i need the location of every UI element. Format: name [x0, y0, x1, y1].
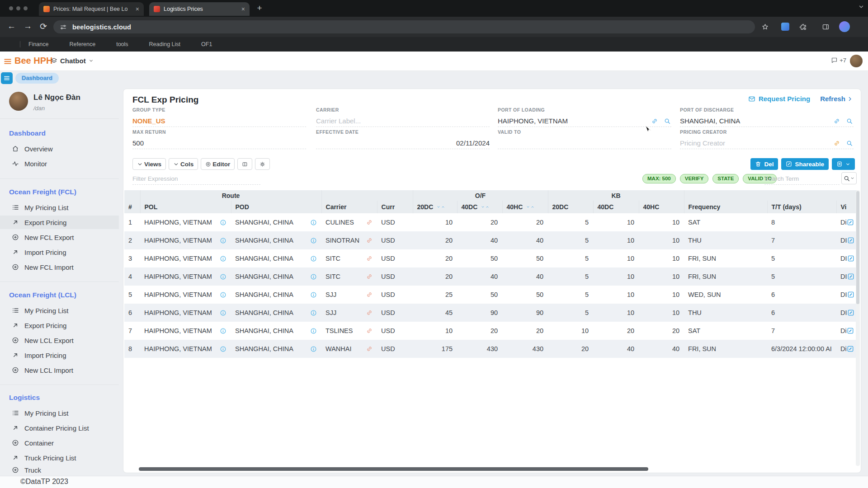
info-icon[interactable]: [310, 237, 317, 244]
edit-icon[interactable]: [847, 219, 854, 226]
info-icon[interactable]: [310, 346, 317, 352]
link-icon[interactable]: [366, 310, 373, 316]
reload-button[interactable]: ⟳: [40, 21, 47, 32]
sidebar-item-my-pricing-list[interactable]: My Pricing List: [0, 201, 119, 214]
column-header-carrier[interactable]: Carrier: [321, 201, 377, 213]
del-button[interactable]: Del: [750, 158, 778, 170]
sort-icons[interactable]: [526, 205, 534, 209]
column-header-kb_40hc[interactable]: 40HC: [639, 201, 684, 213]
column-header-n[interactable]: #: [124, 201, 140, 213]
field-value[interactable]: NONE_US: [132, 115, 306, 127]
bookmark-item[interactable]: Reading List: [149, 41, 181, 47]
back-button[interactable]: ←: [7, 21, 16, 31]
shareable-button[interactable]: Shareable: [781, 158, 829, 170]
link-icon[interactable]: [366, 237, 373, 244]
cols-button[interactable]: Cols: [169, 158, 198, 170]
sidebar-item-new-fcl-import[interactable]: New FCL Import: [0, 260, 119, 274]
sidebar-item-monitor[interactable]: Monitor: [0, 157, 119, 170]
app-brand[interactable]: Bee HPH: [14, 56, 52, 66]
filter-badge[interactable]: STATE: [712, 174, 739, 183]
horizontal-scrollbar-thumb[interactable]: [139, 467, 648, 471]
edit-icon[interactable]: [847, 309, 854, 316]
edit-icon[interactable]: [847, 345, 854, 352]
sidebar-toggle-button[interactable]: [1, 72, 13, 84]
link-icon[interactable]: [651, 118, 658, 124]
info-icon[interactable]: [220, 310, 226, 316]
browser-profile-avatar[interactable]: [839, 21, 850, 32]
table-row[interactable]: 6HAIPHONG, VIETNAMSHANGHAI, CHINASJJUSD4…: [124, 304, 858, 322]
sidebar-item-container-pricing-list[interactable]: Container Pricing List: [0, 421, 119, 435]
info-icon[interactable]: [310, 255, 317, 262]
window-minimize-dot[interactable]: [16, 6, 20, 10]
editor-button[interactable]: Editor: [201, 158, 235, 170]
bookmark-item[interactable]: OF1: [201, 41, 212, 47]
link-icon[interactable]: [366, 273, 373, 280]
table-row[interactable]: 7HAIPHONG, VIETNAMSHANGHAI, CHINATSLINES…: [124, 322, 858, 340]
column-header-of_20dc[interactable]: 20DC: [413, 201, 457, 213]
breadcrumb[interactable]: Dashboard: [15, 73, 59, 84]
link-icon[interactable]: [834, 140, 840, 146]
bookmark-item[interactable]: Finance: [28, 41, 48, 47]
info-icon[interactable]: [220, 346, 226, 352]
search-icon[interactable]: [846, 140, 853, 146]
address-bar[interactable]: beelogistics.cloud: [53, 20, 755, 33]
info-icon[interactable]: [220, 291, 226, 298]
sidebar-item-truck[interactable]: Truck: [0, 466, 119, 474]
column-header-kb_40dc[interactable]: 40DC: [593, 201, 639, 213]
sidebar-item-container[interactable]: Container: [0, 436, 119, 450]
tool-button[interactable]: [237, 158, 252, 170]
field-value[interactable]: Pricing Creator: [680, 137, 854, 149]
column-header-curr[interactable]: Curr: [377, 201, 413, 213]
info-icon[interactable]: [310, 291, 317, 298]
search-button[interactable]: [841, 172, 857, 184]
search-icon[interactable]: [664, 118, 670, 124]
link-icon[interactable]: [366, 219, 373, 225]
user-avatar[interactable]: [850, 55, 863, 67]
edit-icon[interactable]: [847, 237, 854, 244]
filter-badge[interactable]: MAX: 500: [642, 174, 676, 183]
edit-icon[interactable]: [847, 291, 854, 298]
sort-icons[interactable]: [481, 205, 489, 209]
tab-close-icon[interactable]: ×: [136, 6, 139, 12]
browser-tab[interactable]: Prices: Mail Request | Bee Lo×: [39, 2, 144, 16]
table-row[interactable]: 2HAIPHONG, VIETNAMSHANGHAI, CHINASINOTRA…: [124, 231, 858, 249]
table-row[interactable]: 1HAIPHONG, VIETNAMSHANGHAI, CHINACULINES…: [124, 213, 858, 231]
sidebar-user-avatar[interactable]: [9, 92, 28, 111]
info-icon[interactable]: [310, 328, 317, 334]
sidebar-item-import-pricing[interactable]: Import Pricing: [0, 245, 119, 259]
sidebar-item-export-pricing[interactable]: Export Pricing: [0, 319, 119, 332]
link-icon[interactable]: [834, 118, 840, 124]
edit-icon[interactable]: [847, 327, 854, 334]
info-icon[interactable]: [310, 219, 317, 226]
table-row[interactable]: 8HAIPHONG, VIETNAMSHANGHAI, CHINAWANHAIU…: [124, 340, 858, 358]
filter-expression-input[interactable]: Filter Expression: [132, 173, 260, 185]
sidebar-item-my-pricing-list[interactable]: My Pricing List: [0, 304, 119, 317]
messages-badge[interactable]: +7: [831, 57, 846, 64]
field-value[interactable]: [498, 137, 671, 149]
field-value[interactable]: SHANGHAI, CHINA: [680, 115, 854, 127]
table-row[interactable]: 4HAIPHONG, VIETNAMSHANGHAI, CHINASITCUSD…: [124, 267, 858, 286]
sidebar-item-new-fcl-export[interactable]: New FCL Export: [0, 230, 119, 244]
tab-close-icon[interactable]: ×: [241, 6, 245, 12]
bookmark-item[interactable]: Reference: [69, 41, 95, 47]
column-header-pol[interactable]: POL: [140, 201, 231, 213]
sidebar-item-new-lcl-export[interactable]: New LCL Export: [0, 333, 119, 347]
column-header-pod[interactable]: POD: [231, 201, 321, 213]
link-icon[interactable]: [366, 346, 373, 352]
edit-icon[interactable]: [847, 273, 854, 280]
link-icon[interactable]: [366, 328, 373, 334]
browser-tab[interactable]: Logistics Prices×: [149, 2, 250, 16]
column-header-kb_20dc[interactable]: 20DC: [548, 201, 593, 213]
bookmark-star-icon[interactable]: [761, 23, 769, 31]
sort-icons[interactable]: [437, 205, 445, 209]
table-row[interactable]: 5HAIPHONG, VIETNAMSHANGHAI, CHINASJJUSD2…: [124, 286, 858, 304]
search-icon[interactable]: [846, 118, 853, 124]
new-tab-button[interactable]: +: [253, 2, 266, 15]
field-value[interactable]: 500: [132, 137, 306, 149]
sidebar-item-import-pricing[interactable]: Import Pricing: [0, 348, 119, 362]
column-header-tt_days[interactable]: T/T (days): [767, 201, 836, 213]
window-close-dot[interactable]: [9, 6, 13, 10]
info-icon[interactable]: [310, 310, 317, 316]
tool-button[interactable]: [255, 158, 270, 170]
edit-icon[interactable]: [847, 255, 854, 262]
